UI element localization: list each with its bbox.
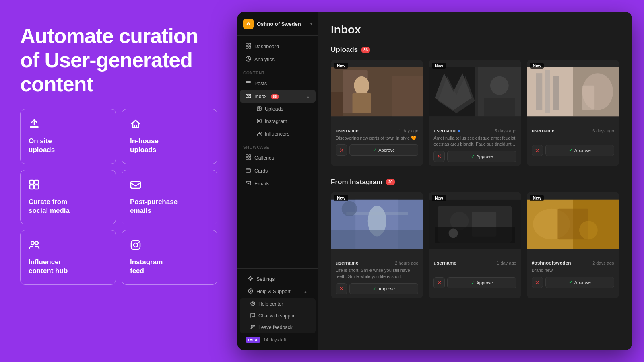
sidebar-item-analytics[interactable]: Analytics (240, 53, 316, 66)
inbox-icon (246, 93, 251, 100)
influencers-sub-label: Influencers (265, 131, 289, 137)
svg-point-35 (250, 278, 252, 280)
approve-label-2: Approve (477, 154, 493, 159)
ig-card-1-meta: username 2 hours ago (336, 260, 418, 266)
svg-rect-44 (331, 92, 343, 116)
ig-card-1-reject[interactable]: ✕ (336, 283, 347, 294)
svg-rect-1 (134, 125, 137, 128)
card-3-desc (532, 135, 614, 142)
card-3-approve[interactable]: ✓ Approve (545, 145, 614, 156)
approve-check-2-icon: ✓ (471, 154, 475, 159)
ig-card-2-reject[interactable]: ✕ (433, 277, 445, 288)
inbox-badge: 66 (271, 94, 279, 99)
cards-icon (246, 167, 251, 174)
posts-icon (246, 80, 251, 87)
sidebar-item-dashboard[interactable]: Dashboard (240, 40, 316, 53)
feature-card-on-site[interactable]: On siteuploads (20, 109, 116, 164)
svg-point-7 (31, 241, 34, 245)
feature-card-social[interactable]: Curate fromsocial media (20, 170, 116, 224)
svg-rect-31 (249, 158, 251, 160)
sidebar-item-instagram-sub[interactable]: Instagram (251, 115, 316, 128)
sidebar-item-emails[interactable]: Emails (240, 177, 316, 190)
uploads-section-title: Uploads (331, 46, 358, 54)
sidebar-item-posts[interactable]: Posts (240, 77, 316, 90)
dashboard-icon (246, 43, 251, 50)
ig-card-1-approve[interactable]: ✓ Approve (349, 283, 418, 294)
card-3-username: username (532, 128, 555, 134)
users-icon (29, 239, 107, 252)
sidebar: Oshno of Sweden ▾ Dashboard (237, 12, 318, 350)
feature-card-influencer[interactable]: Influencercontent hub (20, 230, 116, 285)
card-3-reject[interactable]: ✕ (532, 145, 543, 156)
feature-label-social: Curate fromsocial media (29, 197, 107, 215)
upload-3-badge: New (530, 63, 544, 69)
svg-rect-57 (553, 76, 559, 110)
ig-card-3-reject[interactable]: ✕ (532, 277, 543, 288)
ig-card-3-desc: Brand new (532, 267, 614, 274)
ig-2-badge: New (432, 195, 446, 201)
help-center-label: Help center (258, 301, 283, 307)
card-1-reject[interactable]: ✕ (336, 144, 347, 156)
feature-label-on-site: On siteuploads (29, 137, 107, 154)
left-panel: Automate curation of User-generated cont… (0, 0, 237, 362)
svg-rect-12 (246, 21, 251, 27)
hero-title: Automate curation of User-generated cont… (20, 24, 217, 96)
sidebar-item-chat-support[interactable]: Chat with support (242, 310, 313, 321)
sidebar-item-galleries[interactable]: Galleries (240, 152, 316, 164)
galleries-icon (246, 154, 251, 161)
sidebar-item-settings[interactable]: Settings (242, 273, 313, 285)
approve-check-ig2-icon: ✓ (471, 280, 475, 286)
sidebar-item-cards[interactable]: Cards (240, 165, 316, 177)
upload-card-3-body: username 6 days ago ✕ ✓ Approve (527, 124, 619, 160)
ig-card-3-time: 2 days ago (592, 261, 614, 265)
chat-support-label: Chat with support (258, 313, 296, 319)
svg-rect-43 (353, 93, 371, 113)
verified-dot (458, 130, 460, 132)
ig-image-1: New (331, 192, 423, 256)
sidebar-item-uploads[interactable]: Uploads (251, 103, 316, 115)
svg-rect-45 (392, 76, 423, 116)
ig-card-3-actions: ✕ ✓ Approve (532, 277, 614, 288)
card-2-approve[interactable]: ✓ Approve (447, 151, 516, 162)
ig-card-1-desc: Life is short. Smile while you still hav… (336, 267, 418, 280)
trial-days: 14 days left (264, 337, 286, 342)
card-3-time: 6 days ago (592, 128, 614, 133)
sidebar-item-influencers-sub[interactable]: Influencers (251, 128, 316, 140)
ig-card-1-username: username (336, 260, 359, 266)
ig-card-3-body: #oshnoofsweden 2 days ago Brand new ✕ ✓ … (527, 256, 619, 292)
sidebar-item-inbox[interactable]: Inbox 66 ▲ (240, 90, 316, 103)
ig-card-2-approve[interactable]: ✓ Approve (447, 277, 516, 288)
svg-rect-20 (246, 84, 249, 84)
feature-card-email[interactable]: Post-purchaseemails (122, 170, 217, 224)
page-title: Inbox (331, 23, 619, 36)
svg-rect-72 (435, 227, 515, 242)
card-1-approve[interactable]: ✓ Approve (349, 144, 418, 156)
ig-card-3-approve[interactable]: ✓ Approve (545, 277, 614, 288)
svg-rect-30 (246, 158, 248, 160)
feature-card-instagram[interactable]: Instagramfeed (122, 230, 217, 285)
main-content: Inbox Uploads 36 New (318, 12, 632, 350)
posts-label: Posts (254, 81, 267, 86)
uploads-sub-icon (257, 106, 262, 112)
sidebar-item-feedback[interactable]: Leave feedback (242, 322, 313, 333)
galleries-label: Galleries (254, 155, 274, 161)
card-3-actions: ✕ ✓ Approve (532, 145, 614, 156)
card-2-desc: Amet nulla tellus scelerisque amet feugi… (433, 135, 516, 148)
card-2-reject[interactable]: ✕ (433, 151, 445, 162)
ig-image-3: New (527, 192, 619, 256)
inbox-expand-icon[interactable]: ▲ (306, 94, 310, 99)
svg-rect-18 (246, 81, 251, 82)
svg-point-66 (342, 201, 357, 216)
card-3-meta: username 6 days ago (532, 128, 614, 134)
help-expand-icon[interactable]: ▲ (303, 290, 308, 294)
svg-rect-52 (484, 98, 515, 116)
svg-rect-13 (246, 43, 248, 45)
feature-card-in-house[interactable]: In-houseuploads (122, 109, 217, 164)
upload-2-badge: New (432, 63, 446, 69)
ig-card-2-time: 1 day ago (497, 261, 516, 265)
sidebar-item-help-center[interactable]: Help center (242, 298, 313, 310)
ig-1-badge: New (334, 195, 348, 201)
inbox-submenu: Uploads Instagram (237, 103, 318, 140)
sidebar-item-help[interactable]: Help & Support ▲ (242, 286, 313, 298)
dropdown-icon[interactable]: ▾ (310, 22, 312, 26)
